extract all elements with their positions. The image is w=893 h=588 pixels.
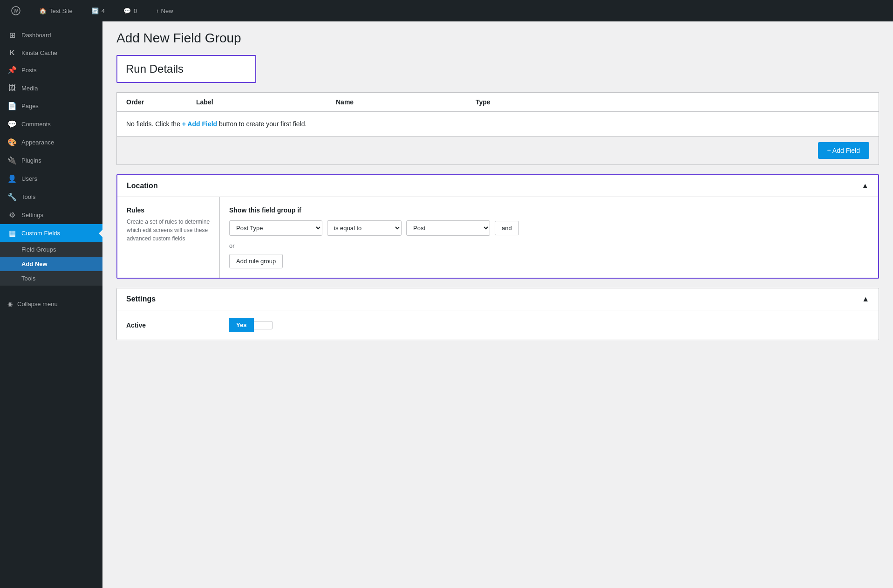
page-title: Add New Field Group	[116, 31, 879, 46]
settings-collapse-arrow[interactable]: ▲	[862, 295, 869, 303]
toggle-yes[interactable]: Yes	[229, 318, 254, 332]
col-label: Label	[196, 98, 336, 106]
sidebar-item-users[interactable]: 👤 Users	[0, 170, 102, 188]
add-field-link[interactable]: + Add Field	[182, 120, 217, 128]
submenu-add-new[interactable]: Add New	[0, 257, 102, 271]
sidebar-item-media[interactable]: 🖼 Media	[0, 79, 102, 97]
col-order: Order	[126, 98, 196, 106]
comments-item[interactable]: 💬 0	[120, 6, 141, 16]
wp-logo[interactable]: W	[7, 4, 24, 17]
rules-desc: Create a set of rules to determine which…	[127, 218, 210, 243]
custom-fields-icon: ▦	[7, 229, 17, 238]
location-title: Location	[127, 182, 158, 190]
sidebar-item-tools[interactable]: 🔧 Tools	[0, 188, 102, 206]
dashboard-icon: ⊞	[7, 31, 17, 40]
rules-title: Rules	[127, 206, 210, 214]
active-label: Active	[126, 321, 229, 329]
users-icon: 👤	[7, 174, 17, 183]
add-field-button[interactable]: + Add Field	[818, 142, 869, 159]
submenu-field-groups[interactable]: Field Groups	[0, 242, 102, 257]
plugins-icon: 🔌	[7, 156, 17, 165]
active-toggle[interactable]: Yes	[229, 318, 273, 332]
location-section: Location ▲ Rules Create a set of rules t…	[116, 174, 879, 279]
media-icon: 🖼	[7, 84, 17, 92]
comments-icon: 💬	[123, 7, 131, 14]
table-header: Order Label Name Type	[117, 93, 879, 112]
sidebar-item-appearance[interactable]: 🎨 Appearance	[0, 133, 102, 151]
submenu-tools[interactable]: Tools	[0, 271, 102, 286]
settings-section: Settings ▲ Active Yes	[116, 288, 879, 340]
location-collapse-arrow[interactable]: ▲	[861, 182, 869, 190]
condition-select[interactable]: is equal to is not equal to	[327, 220, 402, 236]
toggle-no[interactable]	[254, 321, 273, 329]
sidebar-item-settings[interactable]: ⚙ Settings	[0, 206, 102, 224]
sidebar-item-kinsta[interactable]: K Kinsta Cache	[0, 44, 102, 61]
location-header: Location ▲	[117, 175, 878, 197]
settings-header: Settings ▲	[117, 288, 879, 310]
sidebar-item-posts[interactable]: 📌 Posts	[0, 61, 102, 79]
add-rule-button[interactable]: Add rule group	[229, 254, 283, 268]
fields-empty-message: No fields. Click the + Add Field button …	[117, 112, 879, 137]
location-right: Show this field group if Post Type Page …	[220, 197, 878, 278]
rule-row: Post Type Page Template User Role is equ…	[229, 220, 869, 236]
add-field-row: + Add Field	[117, 137, 879, 164]
col-type: Type	[476, 98, 569, 106]
custom-fields-submenu: Field Groups Add New Tools	[0, 242, 102, 286]
show-label: Show this field group if	[229, 206, 869, 214]
sidebar-item-custom-fields[interactable]: ▦ Custom Fields	[0, 224, 102, 242]
collapse-menu-button[interactable]: ◉ Collapse menu	[0, 295, 102, 313]
location-body: Rules Create a set of rules to determine…	[117, 197, 878, 278]
or-text: or	[229, 242, 869, 249]
post-type-select[interactable]: Post Type Page Template User Role	[229, 220, 322, 236]
active-row: Active Yes	[117, 310, 879, 340]
tools-icon: 🔧	[7, 192, 17, 201]
location-left: Rules Create a set of rules to determine…	[117, 197, 220, 278]
updates-icon: 🔄	[91, 7, 99, 14]
updates-item[interactable]: 🔄 4	[88, 6, 109, 16]
comments-icon: 💬	[7, 120, 17, 129]
sidebar-item-dashboard[interactable]: ⊞ Dashboard	[0, 26, 102, 44]
sidebar-item-plugins[interactable]: 🔌 Plugins	[0, 151, 102, 170]
and-button[interactable]: and	[495, 221, 519, 235]
settings-title: Settings	[126, 295, 156, 303]
pages-icon: 📄	[7, 102, 17, 110]
site-name[interactable]: 🏠 Test Site	[35, 6, 76, 16]
home-icon: 🏠	[39, 7, 47, 14]
appearance-icon: 🎨	[7, 138, 17, 147]
fields-table: Order Label Name Type No fields. Click t…	[116, 92, 879, 165]
col-name: Name	[336, 98, 476, 106]
active-arrow	[99, 230, 102, 237]
settings-icon: ⚙	[7, 211, 17, 219]
sidebar-item-comments[interactable]: 💬 Comments	[0, 115, 102, 133]
wordpress-icon: W	[11, 6, 20, 15]
value-select[interactable]: Post Page Custom Post Type	[406, 220, 490, 236]
posts-icon: 📌	[7, 66, 17, 75]
svg-text:W: W	[14, 8, 18, 14]
kinsta-icon: K	[7, 49, 17, 56]
collapse-icon: ◉	[7, 301, 13, 308]
new-item[interactable]: + New	[152, 6, 177, 16]
field-title-box	[116, 55, 256, 83]
field-title-input[interactable]	[126, 62, 247, 75]
sidebar-item-pages[interactable]: 📄 Pages	[0, 97, 102, 115]
